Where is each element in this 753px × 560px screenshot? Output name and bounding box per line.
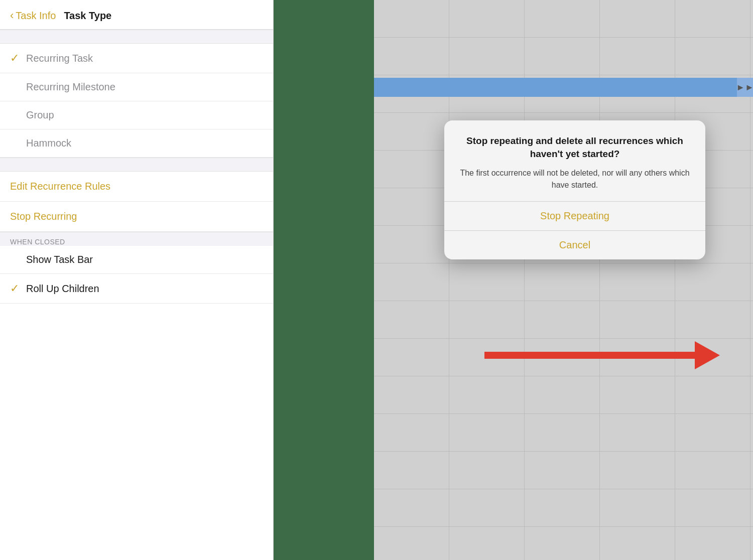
hammock-label: Hammock — [26, 137, 71, 149]
actions-section: Edit Recurrence Rules Stop Recurring — [0, 172, 273, 232]
list-item-show-task-bar[interactable]: Show Task Bar — [0, 246, 273, 274]
cancel-button[interactable]: Cancel — [444, 231, 705, 259]
header: ‹ Task Info Task Type — [0, 0, 273, 30]
chevron-left-icon: ‹ — [10, 9, 14, 22]
checkmark-roll-up: ✓ — [10, 282, 26, 295]
dialog-body: Stop repeating and delete all recurrence… — [444, 120, 705, 202]
edit-recurrence-rules-label: Edit Recurrence Rules — [10, 181, 110, 192]
left-panel: ‹ Task Info Task Type ✓ Recurring Task R… — [0, 0, 274, 560]
page-title: Task Type — [64, 10, 111, 22]
stop-repeating-button[interactable]: Stop Repeating — [444, 202, 705, 231]
list-item-group[interactable]: Group — [0, 101, 273, 129]
stop-recurring-item[interactable]: Stop Recurring — [0, 202, 273, 232]
edit-recurrence-rules-item[interactable]: Edit Recurrence Rules — [0, 172, 273, 202]
show-task-bar-label: Show Task Bar — [26, 254, 93, 265]
arrow-annotation — [484, 341, 735, 369]
task-bar: ►► — [374, 78, 753, 97]
list-item-recurring-milestone[interactable]: Recurring Milestone — [0, 73, 273, 101]
back-button[interactable]: ‹ Task Info — [10, 9, 56, 22]
stop-recurring-label: Stop Recurring — [10, 211, 77, 222]
list-item-hammock[interactable]: Hammock — [0, 129, 273, 158]
right-panel: ►► Stop repeating and delete all recurre… — [374, 0, 753, 560]
recurring-task-label: Recurring Task — [26, 53, 93, 64]
arrow-body — [484, 352, 695, 359]
center-panel — [274, 0, 374, 560]
section-spacer-mid — [0, 158, 273, 172]
dialog-message: The first occurrence will not be deleted… — [459, 167, 690, 191]
section-spacer-when-closed: WHEN CLOSED — [0, 232, 273, 246]
dialog-overlay: Stop repeating and delete all recurrence… — [444, 120, 705, 259]
arrow-head-icon — [695, 341, 720, 369]
when-closed-section: Show Task Bar ✓ Roll Up Children — [0, 246, 273, 304]
dialog-title: Stop repeating and delete all recurrence… — [459, 134, 690, 160]
recurring-milestone-label: Recurring Milestone — [26, 81, 115, 93]
list-item-roll-up-children[interactable]: ✓ Roll Up Children — [0, 274, 273, 304]
task-type-list: ✓ Recurring Task Recurring Milestone Gro… — [0, 44, 273, 158]
roll-up-children-label: Roll Up Children — [26, 283, 99, 295]
section-spacer-top — [0, 30, 273, 44]
list-item-recurring-task[interactable]: ✓ Recurring Task — [0, 44, 273, 73]
back-label: Task Info — [16, 10, 56, 22]
task-bar-arrow-icon: ►► — [737, 78, 753, 97]
checkmark-recurring-task: ✓ — [10, 52, 26, 65]
when-closed-label: WHEN CLOSED — [10, 238, 65, 246]
group-label: Group — [26, 109, 54, 121]
dialog-actions: Stop Repeating Cancel — [444, 202, 705, 259]
